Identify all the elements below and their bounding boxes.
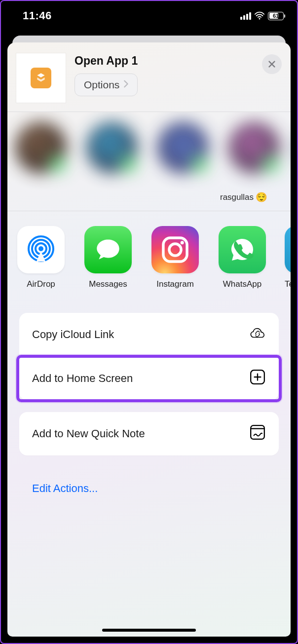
- app-label: Te: [285, 279, 291, 289]
- svg-point-7: [181, 241, 184, 244]
- share-header: Open App 1 Options: [7, 42, 291, 112]
- action-copy-icloud-link[interactable]: Copy iCloud Link: [19, 313, 279, 356]
- whatsapp-icon: [219, 226, 266, 273]
- actions-card-1: Copy iCloud Link Add to Home Screen: [19, 313, 279, 400]
- status-bar: 11:46 61: [1, 1, 297, 31]
- shortcut-glyph-icon: [31, 68, 51, 88]
- plus-square-icon: [249, 369, 266, 388]
- statusbar-right: 61: [240, 10, 285, 21]
- instagram-icon: [151, 226, 199, 273]
- battery-icon: 61: [268, 12, 285, 20]
- quick-note-icon: [249, 424, 266, 444]
- share-sheet: Open App 1 Options: [7, 42, 291, 637]
- wifi-icon: [254, 10, 265, 21]
- action-label: Copy iCloud Link: [32, 328, 114, 341]
- emoji-relieved-icon: 😌: [256, 191, 267, 203]
- options-label: Options: [84, 79, 119, 91]
- svg-point-0: [259, 18, 261, 19]
- app-label: AirDrop: [27, 279, 55, 289]
- action-add-to-quick-note[interactable]: Add to New Quick Note: [19, 412, 279, 455]
- options-button[interactable]: Options: [74, 74, 138, 96]
- action-label: Add to New Quick Note: [32, 427, 145, 440]
- action-label: Add to Home Screen: [32, 372, 133, 385]
- cellular-icon: [240, 12, 251, 20]
- share-title: Open App 1: [74, 54, 253, 68]
- messages-icon: [84, 226, 132, 273]
- share-target-telegram[interactable]: Te: [285, 226, 291, 289]
- svg-rect-9: [251, 425, 264, 439]
- svg-point-6: [169, 244, 181, 256]
- app-label: Messages: [89, 279, 127, 289]
- home-indicator[interactable]: [102, 629, 196, 632]
- svg-rect-5: [163, 238, 187, 262]
- contact-caption: rasgullas😌: [197, 191, 291, 203]
- share-target-instagram[interactable]: Instagram: [150, 226, 200, 289]
- cloud-link-icon: [249, 325, 266, 344]
- close-button[interactable]: [262, 54, 282, 74]
- share-target-airdrop[interactable]: AirDrop: [16, 226, 66, 289]
- share-target-whatsapp[interactable]: WhatsApp: [218, 226, 267, 289]
- action-add-to-home-screen[interactable]: Add to Home Screen: [19, 356, 279, 400]
- app-label: WhatsApp: [223, 279, 261, 289]
- contacts-row[interactable]: rasgullas😌: [7, 112, 291, 211]
- apps-row[interactable]: AirDrop Messages Instagram WhatsApp: [7, 211, 291, 302]
- statusbar-time: 11:46: [23, 9, 52, 22]
- svg-point-1: [38, 246, 43, 251]
- airdrop-icon: [17, 226, 65, 273]
- actions-card-2: Add to New Quick Note: [19, 412, 279, 455]
- shortcut-app-icon: [16, 53, 66, 103]
- chevron-right-icon: [122, 79, 129, 91]
- share-target-messages[interactable]: Messages: [83, 226, 133, 289]
- edit-actions-link[interactable]: Edit Actions...: [19, 467, 279, 510]
- app-label: Instagram: [156, 279, 194, 289]
- telegram-icon: [285, 226, 291, 273]
